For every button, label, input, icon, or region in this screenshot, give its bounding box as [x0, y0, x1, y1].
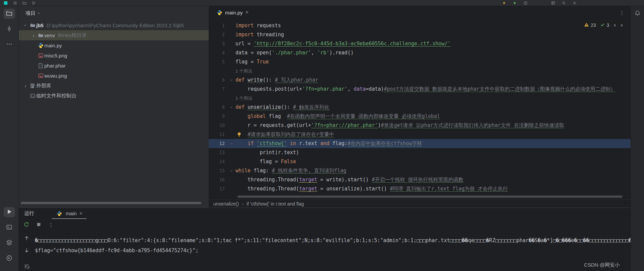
tree-item-jb5[interactable]: ›jb5D:\python\pycharm\PyCharm Community … — [19, 20, 209, 30]
line-number: 10 — [209, 121, 227, 130]
code-text: import requests — [235, 21, 631, 30]
soft-wrap-icon[interactable] — [24, 264, 30, 270]
breadcrumb-separator-icon — [242, 201, 244, 207]
code-line: 17 threading.Thread(target = unserialize… — [209, 184, 631, 193]
tree-item-external-libraries[interactable]: ›外部库 — [19, 81, 209, 91]
line-number: 7 — [209, 85, 227, 94]
console-toolbar — [19, 231, 35, 271]
breadcrumb-item[interactable]: if 'ctfshow{' in r.text and flag — [247, 201, 304, 207]
vcs-branch-icon[interactable] — [32, 1, 36, 5]
project-widget-icon[interactable] — [22, 1, 27, 5]
tree-item-venv[interactable]: ›venvlibrary根目录 — [19, 30, 209, 40]
fold-icon[interactable]: › — [227, 103, 236, 111]
settings-gear-icon[interactable] — [572, 1, 577, 5]
project-tool-button[interactable] — [4, 9, 15, 19]
usages-inlay-hint[interactable]: 1 个用法 — [235, 96, 252, 101]
line-number: 1 — [209, 21, 227, 30]
code-lines: 1import requests2import threading3url = … — [209, 21, 631, 193]
bolt-icon[interactable] — [502, 1, 506, 5]
titlebar — [0, 0, 644, 6]
warnings-indicator[interactable]: 23 — [584, 22, 596, 28]
fold-icon[interactable]: › — [227, 76, 236, 84]
editor-horizontal-scrollbar[interactable] — [237, 195, 623, 198]
next-problem-icon[interactable] — [620, 23, 623, 28]
console-output[interactable]: �□□□□□□□□□□□□□□□□□□□g□□□O:6:"filter":4:{… — [35, 231, 631, 271]
run-icon[interactable] — [513, 1, 517, 5]
problems-circle-icon — [6, 255, 12, 262]
editor-area[interactable]: main.py 1import requests2import threadin… — [209, 6, 631, 208]
arrow-down-icon[interactable] — [24, 247, 30, 254]
code-text: if 'ctfshow{' in r.text and flag:#在内容中如果… — [235, 139, 631, 148]
fold-spacer — [227, 39, 235, 48]
code-line: 3url = 'http://8f28ec2c-f5c0-445d-b3a3-a… — [209, 39, 631, 48]
close-run-tab-icon[interactable] — [79, 211, 83, 216]
notifications-bell-icon[interactable] — [634, 10, 641, 17]
more-vertical-icon[interactable] — [48, 222, 54, 228]
code-text: while flag: # 线程条件竞争, 直到读到flag — [235, 166, 631, 175]
fold-spacer — [227, 66, 235, 76]
fold-spacer — [227, 85, 235, 94]
run-tab-main[interactable]: main — [52, 208, 87, 219]
project-horizontal-scrollbar[interactable] — [21, 202, 201, 204]
problems-tool-button[interactable] — [4, 254, 15, 264]
code-line: 11 #请求如果获取到内容了保存在r变量中 — [209, 130, 631, 139]
tree-item-scratches[interactable]: 临时文件和控制台 — [19, 91, 209, 101]
intention-bulb-icon[interactable] — [236, 131, 242, 137]
chevron-down-icon[interactable]: › — [23, 22, 29, 29]
fold-icon[interactable]: › — [227, 167, 236, 175]
code-editor[interactable]: 1import requests2import threading3url = … — [209, 19, 631, 199]
layout-icon[interactable] — [551, 1, 555, 5]
previous-problem-icon[interactable] — [613, 23, 616, 28]
project-panel-header[interactable]: 项目 › — [19, 6, 209, 20]
tree-item-wuwu-png[interactable]: wuwu.png — [19, 71, 209, 81]
code-text: import threading — [235, 30, 631, 39]
stop-icon[interactable] — [36, 222, 42, 228]
arrow-up-icon[interactable] — [24, 235, 30, 241]
code-text: def write(): # 写入phar.phar — [235, 76, 631, 85]
editor-tab-bar: main.py — [209, 6, 631, 19]
commit-icon — [6, 26, 12, 33]
watermark: CSDN @网安小 — [584, 262, 620, 268]
breadcrumb-item[interactable]: unserialize() — [213, 201, 239, 207]
inspections-widget[interactable]: 23 3 — [582, 21, 625, 29]
unknown-icon: ? — [37, 62, 44, 69]
commit-tool-button[interactable] — [4, 24, 15, 34]
fold-icon[interactable]: › — [227, 140, 236, 148]
fold-spacer — [227, 121, 235, 130]
terminal-tool-button[interactable] — [4, 223, 15, 233]
code-text: flag = False — [235, 157, 631, 166]
rerun-icon[interactable] — [23, 222, 29, 228]
tree-item-misc5-png[interactable]: misc5.png — [19, 50, 209, 60]
checks-indicator[interactable]: 3 — [600, 22, 609, 28]
services-tool-button[interactable] — [4, 238, 15, 248]
line-number: 14 — [209, 157, 227, 166]
problems-icon[interactable] — [523, 1, 528, 5]
chevron-right-icon[interactable]: › — [30, 33, 37, 38]
checks-count: 3 — [607, 22, 609, 28]
project-tree: ›jb5D:\python\pycharm\PyCharm Community … — [19, 20, 209, 101]
run-toolbar — [19, 219, 631, 231]
project-panel-title: 项目 — [25, 10, 36, 16]
python-file-icon — [56, 211, 63, 217]
python-file-icon — [217, 9, 222, 15]
more-tool-windows-button[interactable] — [4, 40, 15, 50]
fold-spacer — [227, 184, 235, 193]
tree-item-main-py[interactable]: main.py — [19, 40, 209, 50]
search-icon[interactable] — [561, 1, 566, 5]
tree-item-label: phar.phar — [44, 63, 65, 69]
run-tool-button[interactable] — [4, 207, 15, 217]
image-icon — [37, 52, 44, 58]
library-icon — [29, 83, 36, 89]
close-tab-icon[interactable] — [246, 10, 249, 15]
tree-item-phar-phar[interactable]: ?phar.phar — [19, 60, 209, 71]
line-number: 16 — [209, 175, 227, 184]
inlay-hint-row: 1 个用法 — [209, 94, 631, 103]
more-vertical-icon[interactable] — [619, 9, 625, 16]
hamburger-menu-icon[interactable] — [13, 1, 17, 5]
code-text: threading.Thread(target = write).start()… — [235, 175, 631, 184]
chevron-right-icon[interactable]: › — [22, 83, 29, 89]
usages-inlay-hint[interactable]: 1 个用法 — [235, 69, 252, 74]
editor-tab-main-py[interactable]: main.py — [213, 6, 253, 19]
line-number: 9 — [209, 112, 227, 121]
services-icon — [6, 239, 12, 247]
